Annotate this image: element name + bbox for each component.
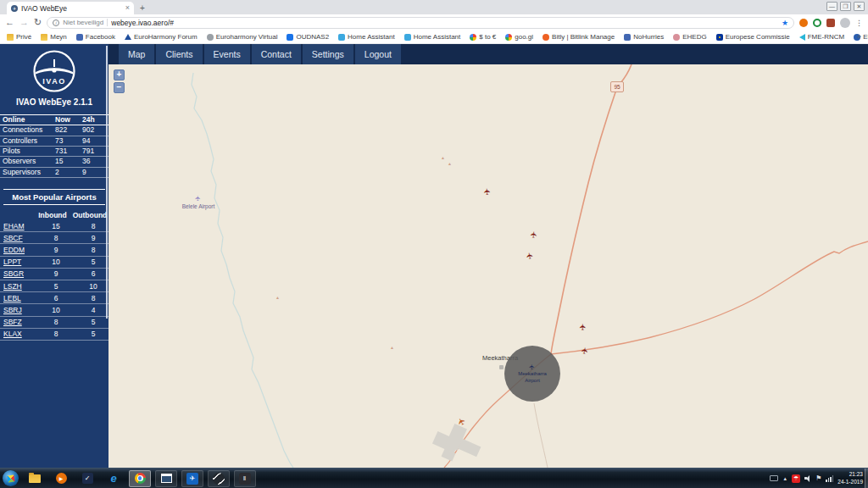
- keyboard-tray-icon[interactable]: [770, 475, 778, 481]
- zoom-out-button[interactable]: −: [114, 82, 125, 93]
- bookmark-icon: [542, 34, 549, 41]
- eagle-app-icon: [213, 473, 225, 485]
- airport-code-link[interactable]: LEBL: [3, 294, 37, 302]
- airport-code-link[interactable]: SBRJ: [3, 306, 37, 314]
- bookmark-item[interactable]: $ to €: [470, 33, 496, 41]
- ivao-logo: IVAO: [0, 44, 108, 93]
- airport-code-link[interactable]: EDDM: [3, 246, 37, 254]
- bookmark-item[interactable]: Meyn: [41, 33, 67, 41]
- window-close-icon[interactable]: ✕: [854, 2, 865, 11]
- folder-icon: [29, 474, 41, 483]
- airport-code-link[interactable]: SBCF: [3, 234, 37, 242]
- bookmark-item[interactable]: Europese Commissie: [716, 33, 790, 41]
- url-text[interactable]: webeye.ivao.aero/#: [111, 19, 778, 27]
- taskbar-xplane-button[interactable]: ✈: [181, 470, 203, 487]
- reload-icon[interactable]: ↻: [34, 18, 42, 27]
- extension-icon-2[interactable]: [813, 19, 821, 27]
- action-center-flag-icon[interactable]: ⚑: [815, 475, 821, 482]
- taskbar-tasks-button[interactable]: ✓: [76, 470, 98, 487]
- airport-code-link[interactable]: LPPT: [3, 258, 37, 266]
- bookmark-item[interactable]: Facebook: [76, 33, 115, 41]
- terrain-mark-icon: ▲: [275, 296, 280, 300]
- aircraft-icon[interactable]: ✈: [526, 252, 535, 260]
- nav-item[interactable]: Events: [204, 44, 250, 64]
- nav-item[interactable]: Map: [119, 44, 154, 64]
- profile-avatar[interactable]: [840, 18, 850, 28]
- tab-close-icon[interactable]: ×: [125, 4, 130, 12]
- taskbar-ie-button[interactable]: e: [103, 470, 125, 487]
- address-bar[interactable]: i Niet beveiligd webeye.ivao.aero/# ★: [47, 17, 794, 29]
- bookmark-icon: [404, 34, 411, 41]
- bookmark-item[interactable]: Home Assistant: [404, 33, 461, 41]
- site-info-icon[interactable]: i: [53, 19, 59, 26]
- bookmark-icon: [673, 34, 680, 41]
- nav-item[interactable]: Contact: [252, 44, 301, 64]
- aircraft-icon[interactable]: ✈: [530, 230, 539, 238]
- bookmark-icon: [470, 34, 476, 41]
- bookmark-icon: [41, 34, 47, 41]
- start-button[interactable]: [3, 470, 19, 486]
- taskbar-mediaplayer-button[interactable]: ▶: [50, 470, 72, 487]
- airport-code-link[interactable]: EHAM: [3, 222, 37, 230]
- zoom-in-button[interactable]: +: [114, 69, 125, 80]
- airport-code-link[interactable]: SBGR: [3, 269, 37, 278]
- bookmark-item[interactable]: Home Assistant: [338, 33, 395, 41]
- bookmark-item[interactable]: Privé: [7, 33, 31, 41]
- bookmarks-overflow-icon[interactable]: »: [857, 32, 861, 41]
- popular-table-row: SBFZ 8 5: [0, 317, 108, 329]
- taskbar-clock[interactable]: 21:23 24-1-2019: [837, 471, 863, 485]
- forward-icon[interactable]: →: [19, 18, 29, 27]
- aircraft-icon[interactable]: ✈: [579, 324, 587, 330]
- bookmark-icon: [799, 34, 805, 41]
- sidebar-scrollbar[interactable]: [106, 46, 108, 319]
- chrome-icon: [135, 473, 146, 484]
- bookmark-item[interactable]: EuroHarmony Forum: [125, 33, 198, 41]
- main-panel: Map Clients Events Contact Settings Logo…: [108, 44, 868, 468]
- extension-icon-1[interactable]: [799, 19, 808, 27]
- taskbar-icons: ▶ ✓ e ✈ Ⅱ: [24, 470, 256, 487]
- taskbar-dark-app-button[interactable]: Ⅱ: [234, 470, 256, 487]
- window-minimize-icon[interactable]: —: [826, 2, 837, 11]
- volume-icon[interactable]: [804, 475, 811, 482]
- antivirus-tray-icon[interactable]: ☂: [792, 474, 800, 483]
- taskbar-eagle-app-button[interactable]: [208, 470, 230, 487]
- bookmark-item[interactable]: NoHurries: [624, 33, 664, 41]
- airport-code-link[interactable]: LSZH: [3, 282, 37, 291]
- taskbar-window-app-button[interactable]: [155, 470, 177, 487]
- browser-tab[interactable]: ✈ IVAO WebEye ×: [7, 2, 134, 14]
- nav-item[interactable]: Settings: [303, 44, 353, 64]
- popular-table-row: SBGR 9 6: [0, 269, 108, 280]
- nav-item[interactable]: Clients: [156, 44, 202, 64]
- browser-menu-icon[interactable]: ⋮: [855, 19, 863, 27]
- nav-item[interactable]: Logout: [355, 44, 401, 64]
- network-signal-icon[interactable]: [826, 475, 833, 482]
- taskbar-explorer-button[interactable]: [24, 470, 46, 487]
- show-desktop-button[interactable]: [865, 469, 868, 488]
- bookmark-item[interactable]: EHEDG: [673, 33, 706, 41]
- extension-icon-3[interactable]: [826, 19, 835, 27]
- meekatharra-airport-marker[interactable]: ✈ Meekatharra Airport: [504, 346, 560, 402]
- popular-airports-title: Most Popular Airports: [3, 189, 105, 205]
- tray-expand-icon[interactable]: ▲: [782, 476, 787, 481]
- window-restore-icon[interactable]: ❐: [840, 2, 851, 11]
- bookmark-item[interactable]: FME-RNCM: [799, 33, 845, 41]
- popular-table-row: EHAM 15 8: [0, 220, 108, 232]
- popular-airports-table: Inbound Outbound EHAM 15 8 SBCF: [0, 210, 108, 341]
- bookmark-item[interactable]: Bitly | Bitlink Manage: [542, 33, 615, 41]
- bookmark-item[interactable]: goo.gl: [505, 33, 533, 41]
- belele-airport-marker[interactable]: ✈ Belele Airport: [176, 188, 220, 209]
- aircraft-icon[interactable]: ✈: [483, 187, 492, 195]
- airport-code-link[interactable]: SBFZ: [3, 318, 37, 326]
- bookmark-icon: [287, 34, 293, 41]
- aircraft-icon[interactable]: ✈: [581, 347, 590, 355]
- map-canvas[interactable]: + − 95 ✈ Belele Airport Meekatharra ✈ Me…: [108, 64, 868, 468]
- taskbar-chrome-button[interactable]: [129, 470, 151, 487]
- back-icon[interactable]: ←: [5, 18, 14, 27]
- new-tab-button[interactable]: +: [134, 3, 153, 14]
- bookmark-star-icon[interactable]: ★: [782, 19, 788, 27]
- clock-time: 21:23: [837, 471, 863, 478]
- airport-code-link[interactable]: KLAX: [3, 330, 37, 338]
- belele-airport-label: Belele Airport: [176, 203, 220, 209]
- bookmark-item[interactable]: Euroharmony Virtual: [207, 33, 278, 41]
- bookmark-item[interactable]: OUDNAS2: [287, 33, 329, 41]
